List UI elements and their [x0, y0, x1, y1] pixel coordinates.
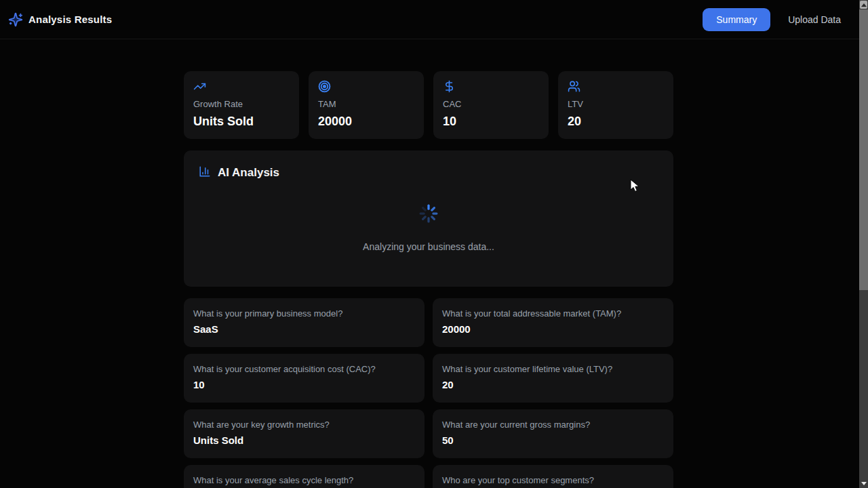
metric-label: LTV: [568, 99, 664, 109]
metric-card-growth-rate: Growth Rate Units Sold: [184, 71, 299, 139]
qa-question: What are your current gross margins?: [442, 420, 664, 430]
page-title: Analysis Results: [28, 14, 112, 25]
loading-spinner-icon: [418, 203, 439, 226]
arrow-down-icon: [861, 482, 867, 485]
metric-card-ltv: LTV 20: [558, 71, 673, 139]
qa-card-tam: What is your total addressable market (T…: [433, 298, 673, 347]
qa-answer: 10: [193, 379, 415, 390]
qa-card-cac: What is your customer acquisition cost (…: [184, 354, 425, 403]
metric-label: TAM: [318, 99, 414, 109]
bar-chart-icon: [199, 165, 211, 180]
qa-answer: Units Sold: [193, 434, 415, 446]
scroll-up-button[interactable]: [860, 1, 867, 9]
scrollbar-thumb[interactable]: [859, 9, 868, 290]
qa-question: What are your key growth metrics?: [193, 420, 415, 430]
qa-answer: 50: [442, 434, 664, 446]
main-content: Growth Rate Units Sold TAM 20000 CAC 10: [184, 71, 673, 488]
metric-value: 10: [443, 115, 539, 129]
qa-card-growth-metrics: What are your key growth metrics? Units …: [184, 409, 425, 458]
summary-button[interactable]: Summary: [703, 8, 770, 31]
sparkles-icon: [8, 12, 23, 27]
qa-card-sales-cycle: What is your average sales cycle length?: [184, 465, 425, 488]
qa-question: What is your primary business model?: [193, 308, 415, 319]
top-bar: Analysis Results Summary Upload Data: [0, 0, 868, 39]
users-icon: [568, 80, 664, 93]
qa-question: What is your customer lifetime value (LT…: [442, 364, 664, 374]
vertical-scrollbar[interactable]: [859, 0, 868, 488]
qa-card-customer-segments: Who are your top customer segments?: [433, 465, 673, 488]
metric-value: 20: [568, 115, 664, 129]
app-brand: Analysis Results: [8, 12, 112, 27]
loading-area: Analyzing your business data...: [199, 203, 658, 252]
metric-value: Units Sold: [193, 115, 290, 129]
ai-analysis-panel: AI Analysis Analyzing your business data…: [184, 150, 673, 287]
metric-value: 20000: [318, 115, 414, 129]
qa-answer: 20: [442, 379, 664, 390]
qa-question: Who are your top customer segments?: [442, 475, 664, 485]
ai-analysis-title: AI Analysis: [218, 166, 279, 180]
loading-text: Analyzing your business data...: [363, 241, 494, 252]
qa-question: What is your average sales cycle length?: [193, 475, 415, 485]
upload-data-button[interactable]: Upload Data: [788, 14, 841, 25]
trending-up-icon: [193, 80, 290, 93]
qa-question: What is your customer acquisition cost (…: [193, 364, 415, 374]
qa-card-business-model: What is your primary business model? Saa…: [184, 298, 425, 347]
dollar-icon: [443, 80, 539, 93]
metric-label: CAC: [443, 99, 539, 109]
qa-card-gross-margins: What are your current gross margins? 50: [433, 409, 673, 458]
target-icon: [318, 80, 414, 93]
qa-answer: 20000: [442, 323, 664, 335]
qa-question: What is your total addressable market (T…: [442, 308, 664, 319]
qa-answer: SaaS: [193, 323, 415, 335]
header-nav: Summary Upload Data: [703, 8, 859, 31]
metric-card-cac: CAC 10: [433, 71, 549, 139]
metric-card-tam: TAM 20000: [309, 71, 424, 139]
arrow-up-icon: [861, 3, 867, 7]
qa-card-ltv: What is your customer lifetime value (LT…: [433, 354, 673, 403]
qa-grid: What is your primary business model? Saa…: [184, 298, 673, 488]
scroll-down-button[interactable]: [860, 479, 867, 487]
metric-cards-row: Growth Rate Units Sold TAM 20000 CAC 10: [184, 71, 673, 139]
metric-label: Growth Rate: [193, 99, 290, 109]
